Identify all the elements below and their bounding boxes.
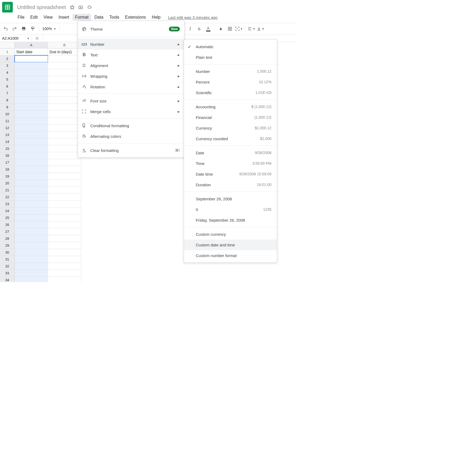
row-header[interactable]: 29	[0, 242, 15, 249]
merge-cells-button[interactable]: ▼	[234, 24, 243, 33]
cell[interactable]	[15, 180, 48, 187]
row-header[interactable]: 18	[0, 166, 15, 173]
undo-button[interactable]	[1, 24, 10, 33]
cell[interactable]	[48, 83, 81, 90]
cell[interactable]	[15, 221, 48, 228]
cell[interactable]	[15, 263, 48, 270]
menu-edit[interactable]: Edit	[28, 14, 40, 21]
cell[interactable]	[15, 97, 48, 104]
cell[interactable]	[15, 118, 48, 125]
cell[interactable]	[15, 270, 48, 277]
document-title[interactable]: Untitled spreadsheet	[15, 4, 67, 11]
cell[interactable]	[15, 138, 48, 145]
cell[interactable]	[15, 55, 48, 62]
cell[interactable]	[48, 180, 81, 187]
row-header[interactable]: 17	[0, 159, 15, 166]
menu-view[interactable]: View	[41, 14, 55, 21]
format-rotation[interactable]: Rotation ▶	[78, 81, 184, 92]
cell[interactable]	[48, 118, 81, 125]
row-header[interactable]: 3	[0, 62, 15, 69]
cell[interactable]	[15, 249, 48, 256]
cell[interactable]	[48, 235, 81, 242]
cell[interactable]	[48, 159, 81, 166]
number-long-date-3[interactable]: Friday, September 26, 2008	[184, 215, 277, 225]
format-font-size[interactable]: тT Font size ▶	[78, 96, 184, 106]
cell[interactable]	[15, 187, 48, 194]
row-header[interactable]: 26	[0, 221, 15, 228]
menu-help[interactable]: Help	[149, 14, 163, 21]
row-header[interactable]: 24	[0, 208, 15, 214]
row-header[interactable]: 19	[0, 173, 15, 180]
number-custom-number-format[interactable]: Custom number format	[184, 250, 277, 261]
cell[interactable]	[15, 235, 48, 242]
cell[interactable]	[48, 90, 81, 97]
cell[interactable]	[48, 256, 81, 263]
number-financial[interactable]: Financial(1,000.12)	[184, 112, 277, 123]
horizontal-align-button[interactable]: ▼	[247, 24, 256, 33]
cell[interactable]	[48, 201, 81, 208]
cell[interactable]	[48, 194, 81, 201]
row-header[interactable]: 11	[0, 118, 15, 125]
cell[interactable]	[48, 138, 81, 145]
cell[interactable]	[15, 104, 48, 111]
menu-insert[interactable]: Insert	[56, 14, 72, 21]
number-datetime[interactable]: Date time9/26/2008 15:59:00	[184, 169, 277, 179]
select-all-corner[interactable]	[0, 42, 15, 48]
redo-button[interactable]	[10, 24, 19, 33]
cell[interactable]	[15, 228, 48, 235]
row-header[interactable]: 25	[0, 214, 15, 221]
number-scientific[interactable]: Scientific1.01E+03	[184, 87, 277, 98]
cell[interactable]	[15, 201, 48, 208]
col-header-b[interactable]: B	[48, 42, 81, 48]
row-header[interactable]: 4	[0, 69, 15, 76]
row-header[interactable]: 30	[0, 249, 15, 256]
cell[interactable]	[48, 111, 81, 118]
row-header[interactable]: 2	[0, 55, 15, 62]
row-header[interactable]: 28	[0, 235, 15, 242]
cell[interactable]	[48, 104, 81, 111]
cell[interactable]: Due in (days)	[48, 48, 81, 55]
cell[interactable]	[15, 131, 48, 138]
last-edit-link[interactable]: Last edit was 3 minutes ago	[168, 15, 218, 20]
cell[interactable]	[15, 76, 48, 83]
col-header-a[interactable]: A	[15, 42, 48, 48]
row-header[interactable]: 15	[0, 145, 15, 152]
row-header[interactable]: 20	[0, 180, 15, 187]
cell[interactable]	[15, 159, 48, 166]
cell[interactable]	[48, 145, 81, 152]
italic-button[interactable]: I	[186, 24, 195, 33]
row-header[interactable]: 13	[0, 131, 15, 138]
row-header[interactable]: 22	[0, 194, 15, 201]
cell[interactable]	[48, 69, 81, 76]
vertical-align-button[interactable]: ▼	[256, 24, 265, 33]
menu-tools[interactable]: Tools	[107, 14, 122, 21]
cell[interactable]	[15, 194, 48, 201]
cell[interactable]	[48, 152, 81, 159]
number-currency[interactable]: Currency$1,000.12	[184, 123, 277, 133]
move-icon[interactable]	[78, 5, 83, 10]
row-header[interactable]: 10	[0, 111, 15, 118]
number-plain-text[interactable]: Plain text	[184, 52, 277, 63]
row-header[interactable]: 9	[0, 104, 15, 111]
format-conditional[interactable]: Conditional formatting	[78, 120, 184, 131]
row-header[interactable]: 1	[0, 48, 15, 55]
row-header[interactable]: 12	[0, 125, 15, 131]
row-header[interactable]: 23	[0, 201, 15, 208]
cell[interactable]	[48, 208, 81, 214]
number-duration[interactable]: Duration24:01:00	[184, 179, 277, 190]
cell[interactable]	[48, 62, 81, 69]
cell[interactable]	[15, 173, 48, 180]
cell[interactable]	[15, 214, 48, 221]
row-header[interactable]: 6	[0, 83, 15, 90]
cell[interactable]	[15, 111, 48, 118]
row-header[interactable]: 32	[0, 263, 15, 270]
number-currency-rounded[interactable]: Currency rounded$1,000	[184, 133, 277, 144]
fill-color-button[interactable]	[216, 24, 225, 33]
row-header[interactable]: 34	[0, 277, 15, 282]
star-icon[interactable]	[70, 5, 75, 10]
row-header[interactable]: 31	[0, 256, 15, 263]
cell[interactable]	[48, 221, 81, 228]
menu-format[interactable]: Format	[72, 14, 91, 21]
cell[interactable]	[48, 166, 81, 173]
cell[interactable]	[15, 125, 48, 131]
